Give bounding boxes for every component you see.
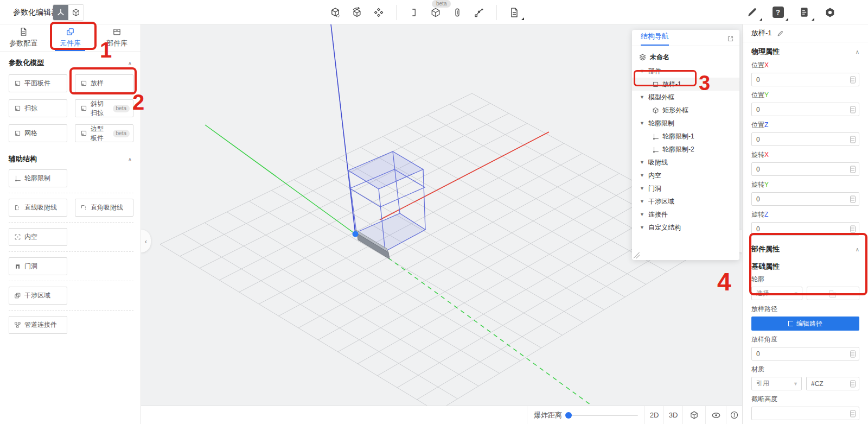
expander-icon[interactable]: ▼ xyxy=(640,212,645,217)
rotation-x-input[interactable] xyxy=(751,162,859,176)
help-button[interactable]: ? xyxy=(771,6,784,19)
rename-pencil-icon[interactable] xyxy=(776,29,784,37)
formula-toggle-icon[interactable] xyxy=(850,195,856,202)
edit-button[interactable] xyxy=(745,6,758,19)
expander-icon[interactable]: ▼ xyxy=(640,68,645,74)
tab-label: 部件库 xyxy=(106,39,127,48)
button-bevel-sweep[interactable]: 斜切扫掠beta xyxy=(75,99,133,117)
chevron-up-icon: ∧ xyxy=(856,246,859,252)
expander-icon[interactable]: ▼ xyxy=(640,186,645,191)
rotation-y-input[interactable] xyxy=(751,192,859,206)
button-loft[interactable]: 放样 xyxy=(75,74,133,92)
button-door-opening[interactable]: 门洞 xyxy=(9,257,67,275)
formula-toggle-icon[interactable] xyxy=(850,76,856,83)
panel-resize-handle[interactable] xyxy=(634,252,640,258)
rotation-z-input[interactable] xyxy=(751,222,859,236)
expander-icon[interactable]: ▼ xyxy=(640,94,645,100)
position-y-input[interactable] xyxy=(751,103,859,116)
edit-path-button[interactable]: 编辑路径 xyxy=(751,317,859,331)
expander-icon[interactable]: ▼ xyxy=(640,160,645,165)
tree-item-rect-frame[interactable]: 矩形外框 xyxy=(632,104,739,117)
model-rotate-button[interactable] xyxy=(351,7,363,18)
perspective-button[interactable] xyxy=(682,406,705,424)
material-mode-select[interactable]: 引用▼ xyxy=(751,377,802,390)
view-2d-button[interactable]: 2D xyxy=(644,406,663,424)
button-rightangle-snap[interactable]: 直角吸附线 xyxy=(75,199,133,217)
bracket-tool-button[interactable] xyxy=(408,7,420,18)
formula-toggle-icon[interactable] xyxy=(850,350,856,357)
tree-group-door-opening[interactable]: ▼门洞 xyxy=(632,182,739,195)
button-contour-restrict[interactable]: 轮廓限制 xyxy=(9,169,67,187)
position-x-input[interactable] xyxy=(751,73,859,86)
expander-icon[interactable]: ▼ xyxy=(640,173,645,178)
button-inner-space[interactable]: 内空 xyxy=(9,228,67,246)
contour-select[interactable]: 选择▼ xyxy=(751,287,802,300)
slider-handle[interactable] xyxy=(565,412,572,419)
button-mesh[interactable]: 网格 xyxy=(9,124,67,142)
formula-toggle-icon[interactable] xyxy=(850,136,856,143)
component-create-button[interactable] xyxy=(329,7,341,18)
tree-group-model-frame[interactable]: ▼模型外框 xyxy=(632,91,739,104)
tab-component-library[interactable]: 元件库 xyxy=(47,24,93,51)
visibility-button[interactable] xyxy=(705,406,726,424)
info-button[interactable] xyxy=(726,406,742,424)
position-z-input[interactable] xyxy=(751,132,859,146)
tree-item-contour-1[interactable]: 轮廓限制-1 xyxy=(632,130,739,143)
path-tool-button[interactable] xyxy=(473,7,485,18)
cube-view-toggle-button[interactable] xyxy=(68,5,84,20)
cube-icon xyxy=(652,107,659,114)
loft-angle-input[interactable] xyxy=(751,347,859,360)
tree-group-snap-lines[interactable]: ▼吸附线 xyxy=(632,156,739,169)
settings-button[interactable] xyxy=(824,6,837,19)
button-line-snap[interactable]: 直线吸附线 xyxy=(9,199,67,217)
tab-part-library[interactable]: 部件库 xyxy=(94,24,141,51)
tab-parameter-config[interactable]: 参数配置 xyxy=(0,24,47,51)
formula-toggle-icon[interactable] xyxy=(850,106,856,113)
expander-icon[interactable]: ▼ xyxy=(640,121,645,126)
section-component-properties[interactable]: 部件属性 ∧ xyxy=(751,240,859,258)
divider xyxy=(9,222,133,223)
expander-icon[interactable]: ▼ xyxy=(640,199,645,204)
formula-toggle-icon[interactable] xyxy=(850,225,856,232)
model-view-toggle-button[interactable] xyxy=(53,5,68,20)
section-auxiliary-structures[interactable]: 辅助结构 ∧ xyxy=(0,148,141,168)
formula-toggle-icon[interactable] xyxy=(850,410,856,417)
expand-panel-button[interactable] xyxy=(727,35,734,46)
button-edge-panel[interactable]: 边型板件beta xyxy=(75,124,133,142)
tree-group-inner-space[interactable]: ▼内空 xyxy=(632,169,739,182)
section-parametric-models[interactable]: 参数化模型 ∧ xyxy=(0,52,141,72)
app-title: 参数化编辑器 xyxy=(13,8,59,17)
button-sweep[interactable]: 扫掠 xyxy=(9,99,67,117)
tree-item-contour-2[interactable]: 轮廓限制-2 xyxy=(632,143,739,156)
origin-point[interactable] xyxy=(353,231,359,237)
tree-group-custom-structure[interactable]: ▼自定义结构 xyxy=(632,221,739,234)
info-icon xyxy=(730,410,739,420)
notes-button[interactable] xyxy=(797,6,810,19)
view-mode-toggle[interactable] xyxy=(53,4,84,21)
button-planar-panel[interactable]: 平面板件 xyxy=(9,74,67,92)
array-pattern-button[interactable] xyxy=(373,7,385,18)
tree-group-parts[interactable]: ▼部件 xyxy=(632,65,739,78)
beta-cube-tool-button[interactable]: beta xyxy=(430,7,442,18)
structure-nav-tab[interactable]: 结构导航 xyxy=(641,31,669,46)
explode-distance-slider[interactable] xyxy=(566,415,638,416)
cut-height-input[interactable] xyxy=(751,407,859,420)
tree-group-connectors[interactable]: ▼连接件 xyxy=(632,208,739,221)
tree-item-loft-1[interactable]: 放样-1 xyxy=(632,78,739,91)
document-filled-icon xyxy=(799,7,810,18)
section-physical-properties[interactable]: 物理属性 ∧ xyxy=(751,42,859,61)
formula-toggle-icon[interactable] xyxy=(850,166,856,173)
view-3d-button[interactable]: 3D xyxy=(663,406,682,424)
link-tool-button[interactable] xyxy=(451,7,463,18)
button-pipe-connector[interactable]: 管道连接件 xyxy=(9,316,67,334)
divider xyxy=(9,193,133,193)
button-interference-area[interactable]: 干涉区域 xyxy=(9,287,67,305)
expander-icon[interactable]: ▼ xyxy=(640,225,645,230)
document-tool-button[interactable] xyxy=(508,7,520,18)
tree-group-interference[interactable]: ▼干涉区域 xyxy=(632,195,739,208)
formula-toggle-icon[interactable] xyxy=(850,380,856,387)
cube-dots-icon xyxy=(330,7,341,18)
tree-group-contour-restrict[interactable]: ▼轮廓限制 xyxy=(632,117,739,130)
tree-root[interactable]: 未命名 xyxy=(632,49,739,65)
contour-preview[interactable] xyxy=(807,287,859,300)
